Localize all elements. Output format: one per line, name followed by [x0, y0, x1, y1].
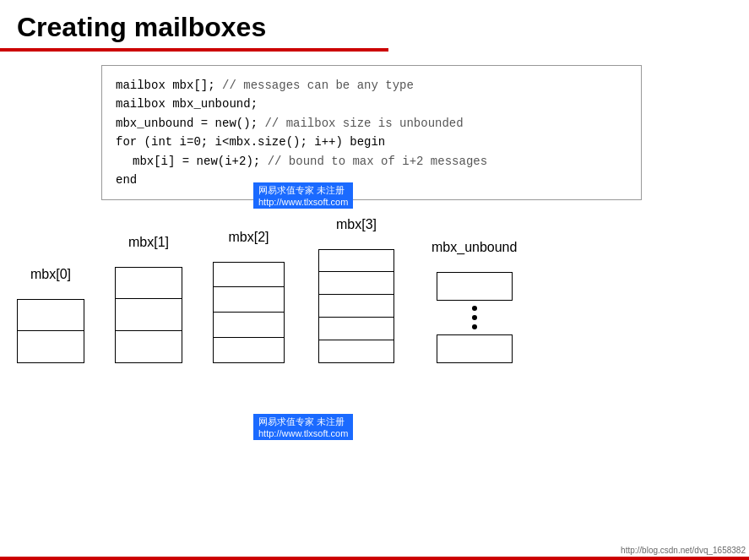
slot-2-3 [213, 338, 285, 363]
slot-1-0 [115, 267, 182, 299]
footer-url: http://blog.csdn.net/dvq_1658382 [621, 546, 749, 555]
dot-3 [472, 324, 477, 329]
slot-2-0 [213, 262, 285, 287]
slot-u-bottom [437, 334, 513, 363]
slot-3-2 [318, 295, 394, 318]
watermark2-line1: 网易求值专家 未注册 [258, 416, 348, 428]
mailbox-unbound-stack [437, 272, 513, 363]
watermark-line1: 网易求值专家 未注册 [258, 184, 348, 197]
slot-3-0 [318, 249, 394, 272]
slot-0-0 [17, 299, 84, 331]
bottom-red-bar [0, 557, 749, 560]
slot-1-2 [115, 331, 182, 363]
mailbox-3-label: mbx[3] [336, 217, 377, 232]
dot-2 [472, 315, 477, 320]
code-line-4: for (int i=0; i<mbx.size(); i++) begin [116, 133, 627, 151]
watermark-line2: http://www.tlxsoft.com [258, 197, 348, 207]
code-line-1: mailbox mbx[]; // messages can be any ty… [116, 76, 627, 95]
mailbox-1: mbx[1] [115, 235, 182, 363]
mailbox-0-stack [17, 299, 84, 363]
mailbox-3: mbx[3] [318, 217, 394, 363]
mailbox-unbound: mbx_unbound [431, 240, 517, 363]
slot-2-2 [213, 313, 285, 338]
watermark-code: 网易求值专家 未注册 http://www.tlxsoft.com [253, 182, 353, 209]
slot-3-3 [318, 318, 394, 340]
mailbox-unbound-label: mbx_unbound [431, 240, 517, 255]
code-line-3: mbx_unbound = new(); // mailbox size is … [116, 114, 627, 133]
red-divider [0, 48, 388, 52]
watermark-diagram: 网易求值专家 未注册 http://www.tlxsoft.com [253, 414, 353, 440]
page-title: Creating mailboxes [0, 0, 749, 48]
mailbox-2: mbx[2] [213, 230, 285, 363]
code-line-5: mbx[i] = new(i+2); // bound to max of i+… [133, 152, 627, 171]
mailbox-0-label: mbx[0] [30, 267, 71, 282]
watermark2-line2: http://www.tlxsoft.com [258, 428, 348, 438]
code-block: mailbox mbx[]; // messages can be any ty… [101, 65, 642, 200]
slot-0-1 [17, 331, 84, 363]
page-container: Creating mailboxes mailbox mbx[]; // mes… [0, 0, 749, 560]
slot-3-1 [318, 272, 394, 295]
mailbox-1-stack [115, 267, 182, 363]
slot-2-1 [213, 287, 285, 313]
unbound-dots [472, 301, 477, 334]
dot-1 [472, 306, 477, 311]
mailbox-2-stack [213, 262, 285, 363]
mailbox-0: mbx[0] [17, 267, 84, 363]
slot-3-4 [318, 340, 394, 363]
mailbox-2-label: mbx[2] [228, 230, 269, 245]
slot-1-1 [115, 299, 182, 331]
slot-u-top [437, 272, 513, 301]
code-line-2: mailbox mbx_unbound; [116, 95, 627, 113]
code-line-6: end [116, 171, 627, 189]
mailbox-1-label: mbx[1] [128, 235, 169, 250]
mailbox-3-stack [318, 249, 394, 363]
